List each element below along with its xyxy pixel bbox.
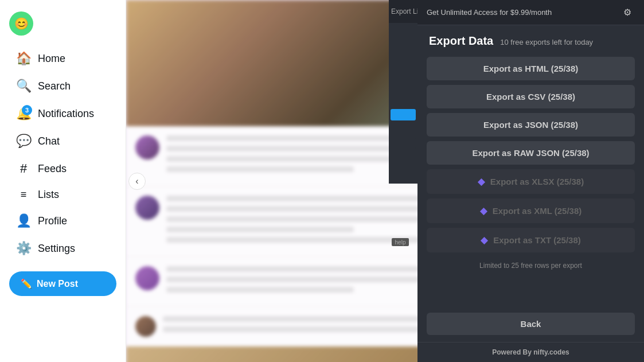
profile-icon: 👤	[16, 213, 31, 228]
sidebar-item-notifications[interactable]: 🔔 3 Notifications	[5, 100, 121, 127]
chat-icon: 💬	[16, 134, 31, 149]
sidebar-item-label: Feeds	[38, 163, 67, 175]
gear-icon: ⚙	[623, 7, 631, 17]
export-buttons-list: Export as HTML (25/38) Export as CSV (25…	[417, 52, 644, 308]
diamond-icon: ◆	[478, 176, 485, 187]
powered-by-brand: nifty.codes	[533, 348, 569, 356]
diamond-icon: ◆	[480, 205, 487, 216]
powered-by: Powered By nifty.codes	[417, 342, 644, 362]
sidebar-item-label: Profile	[38, 215, 67, 227]
diamond-icon: ◆	[481, 235, 487, 246]
export-json-label: Export as JSON (25/38)	[483, 120, 578, 130]
export-limit-note: Limited to 25 free rows per export	[427, 257, 635, 274]
collapse-sidebar-button[interactable]: ‹	[128, 173, 146, 190]
sidebar-item-search[interactable]: 🔍 Search	[5, 73, 121, 99]
sidebar-item-label: Settings	[38, 243, 75, 255]
export-html-label: Export as HTML (25/38)	[483, 64, 579, 73]
lists-icon: ≡	[16, 189, 31, 201]
sidebar-item-label: Lists	[38, 189, 59, 201]
new-post-button[interactable]: ✏️ New Post	[9, 271, 116, 296]
new-post-icon: ✏️	[21, 278, 32, 289]
sidebar-item-lists[interactable]: ≡ Lists	[5, 183, 121, 207]
export-xml-button: ◆ Export as XML (25/38)	[427, 198, 635, 223]
export-top-bar: Get Unlimited Access for $9.99/month ⚙	[417, 0, 644, 25]
sidebar-item-feeds[interactable]: # Feeds	[5, 155, 121, 182]
export-xlsx-label: Export as XLSX (25/38)	[490, 177, 584, 186]
export-json-button[interactable]: Export as JSON (25/38)	[427, 113, 635, 137]
sidebar-item-home[interactable]: 🏠 Home	[5, 45, 121, 72]
upgrade-text: Get Unlimited Access for $9.99/month	[427, 8, 552, 17]
avatar[interactable]: 😊	[9, 11, 33, 36]
powered-by-text: Powered By	[492, 348, 533, 356]
back-button[interactable]: Back	[427, 313, 635, 335]
export-header: Export Data 10 free exports left for tod…	[417, 25, 644, 52]
feeds-icon: #	[16, 161, 31, 176]
export-panel: Get Unlimited Access for $9.99/month ⚙ E…	[417, 0, 644, 362]
export-title: Export Data	[429, 34, 493, 48]
home-icon: 🏠	[16, 51, 31, 66]
settings-icon: ⚙️	[16, 241, 31, 256]
export-subtitle: 10 free exports left for today	[500, 38, 593, 46]
sidebar-item-label: Home	[38, 53, 65, 65]
new-post-label: New Post	[37, 279, 78, 289]
export-raw-json-label: Export as RAW JSON (25/38)	[472, 148, 589, 158]
sidebar-item-profile[interactable]: 👤 Profile	[5, 208, 121, 234]
sidebar: 😊 🏠 Home 🔍 Search 🔔 3 Notifications 💬 Ch…	[0, 0, 126, 362]
main-content: ‹ Get Unlimited Access for $9.99/month ⚙…	[126, 0, 644, 362]
sidebar-item-label: Notifications	[38, 108, 94, 120]
avatar-emoji: 😊	[14, 17, 29, 30]
export-xml-label: Export as XML (25/38)	[493, 206, 582, 216]
export-txt-button: ◆ Export as TXT (25/38)	[427, 228, 635, 252]
settings-button[interactable]: ⚙	[620, 6, 635, 19]
notification-badge: 3	[22, 105, 32, 115]
sidebar-item-label: Chat	[38, 135, 60, 147]
sidebar-item-settings[interactable]: ⚙️ Settings	[5, 235, 121, 262]
chevron-left-icon: ‹	[135, 176, 138, 186]
search-icon: 🔍	[16, 79, 31, 94]
sidebar-item-label: Search	[38, 80, 71, 92]
export-txt-label: Export as TXT (25/38)	[493, 235, 581, 245]
export-csv-label: Export as CSV (25/38)	[486, 92, 575, 102]
sidebar-item-chat[interactable]: 💬 Chat	[5, 128, 121, 154]
export-csv-button[interactable]: Export as CSV (25/38)	[427, 85, 635, 108]
export-raw-json-button[interactable]: Export as RAW JSON (25/38)	[427, 141, 635, 165]
export-html-button[interactable]: Export as HTML (25/38)	[427, 57, 635, 80]
export-xlsx-button: ◆ Export as XLSX (25/38)	[427, 169, 635, 194]
